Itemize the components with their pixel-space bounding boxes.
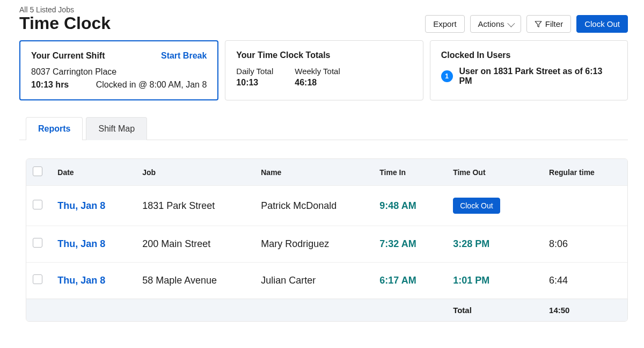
current-shift-card: Your Current Shift Start Break 8037 Carr… — [19, 40, 218, 100]
row-date[interactable]: Thu, Jan 8 — [57, 238, 105, 249]
row-job: 58 Maple Avenue — [136, 263, 254, 299]
table-row: Thu, Jan 8 1831 Park Street Patrick McDo… — [26, 186, 627, 226]
chevron-down-icon — [507, 19, 515, 27]
footer-total-label: Total — [447, 299, 543, 322]
daily-total-label: Daily Total — [236, 67, 273, 76]
weekly-total-label: Weekly Total — [295, 67, 340, 76]
row-regular: 8:06 — [543, 226, 627, 263]
row-job: 1831 Park Street — [136, 186, 254, 226]
totals-title: Your Time Clock Totals — [236, 50, 330, 60]
actions-label: Actions — [478, 19, 504, 28]
time-clock-table: Date Job Name Time In Time Out Regular t… — [26, 158, 628, 322]
row-time-out[interactable]: 3:28 PM — [453, 238, 489, 249]
row-clock-out-button[interactable]: Clock Out — [453, 198, 500, 214]
row-checkbox[interactable] — [33, 238, 42, 248]
totals-card: Your Time Clock Totals Daily Total 10:13… — [225, 40, 423, 100]
row-date[interactable]: Thu, Jan 8 — [57, 200, 105, 211]
current-shift-title: Your Current Shift — [31, 51, 105, 61]
col-header-date[interactable]: Date — [51, 159, 136, 186]
daily-total-value: 10:13 — [236, 78, 273, 88]
row-regular — [543, 186, 627, 226]
row-date[interactable]: Thu, Jan 8 — [57, 275, 105, 286]
export-button[interactable]: Export — [425, 15, 464, 33]
row-job: 200 Main Street — [136, 226, 254, 263]
shift-hours: 10:13 hrs — [31, 80, 69, 90]
header-actions: Export Actions Filter Clock Out — [425, 15, 628, 33]
filter-label: Filter — [545, 19, 563, 28]
page-title: Time Clock — [19, 14, 111, 33]
row-checkbox[interactable] — [33, 200, 42, 209]
col-header-time-out[interactable]: Time Out — [447, 159, 543, 186]
col-header-job[interactable]: Job — [136, 159, 254, 186]
table-row: Thu, Jan 8 58 Maple Avenue Julian Carter… — [26, 263, 627, 299]
row-checkbox[interactable] — [33, 274, 42, 284]
tab-shift-map[interactable]: Shift Map — [86, 117, 147, 140]
clocked-in-count-badge: 1 — [441, 70, 453, 82]
actions-dropdown[interactable]: Actions — [470, 15, 521, 33]
clocked-in-text: User on 1831 Park Street as of 6:13 PM — [459, 67, 617, 86]
filter-icon — [535, 20, 542, 28]
row-regular: 6:44 — [543, 263, 627, 299]
col-header-regular[interactable]: Regular time — [543, 159, 627, 186]
weekly-total-value: 46:18 — [295, 78, 340, 88]
shift-address: 8037 Carrington Place — [31, 67, 207, 77]
start-break-link[interactable]: Start Break — [161, 51, 207, 61]
col-header-time-in[interactable]: Time In — [373, 159, 447, 186]
shift-clocked-in: Clocked in @ 8:00 AM, Jan 8 — [96, 80, 207, 90]
row-name: Julian Carter — [254, 263, 373, 299]
tabs: Reports Shift Map — [19, 117, 628, 140]
row-name: Mary Rodriguez — [254, 226, 373, 263]
table-row: Thu, Jan 8 200 Main Street Mary Rodrigue… — [26, 226, 627, 263]
clocked-in-users-card: Clocked In Users 1 User on 1831 Park Str… — [430, 40, 628, 100]
footer-total-value: 14:50 — [543, 299, 627, 322]
row-time-in[interactable]: 7:32 AM — [379, 238, 416, 249]
col-header-name[interactable]: Name — [254, 159, 373, 186]
tab-reports[interactable]: Reports — [26, 117, 83, 140]
clocked-in-title: Clocked In Users — [441, 50, 511, 60]
select-all-checkbox[interactable] — [33, 166, 42, 176]
breadcrumb[interactable]: All 5 Listed Jobs — [19, 5, 111, 14]
row-name: Patrick McDonald — [254, 186, 373, 226]
row-time-out[interactable]: 1:01 PM — [453, 275, 489, 286]
svg-marker-0 — [535, 21, 541, 27]
row-time-in[interactable]: 9:48 AM — [379, 200, 416, 211]
filter-button[interactable]: Filter — [526, 15, 571, 33]
clock-out-button[interactable]: Clock Out — [576, 15, 628, 33]
row-time-in[interactable]: 6:17 AM — [379, 275, 416, 286]
